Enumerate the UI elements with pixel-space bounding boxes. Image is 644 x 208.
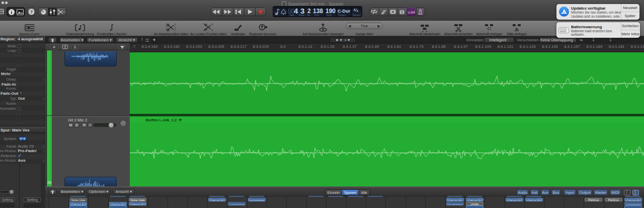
svg-text:S: S (401, 10, 404, 14)
svg-text:?: ? (30, 10, 33, 15)
svg-text:i: i (11, 10, 13, 15)
